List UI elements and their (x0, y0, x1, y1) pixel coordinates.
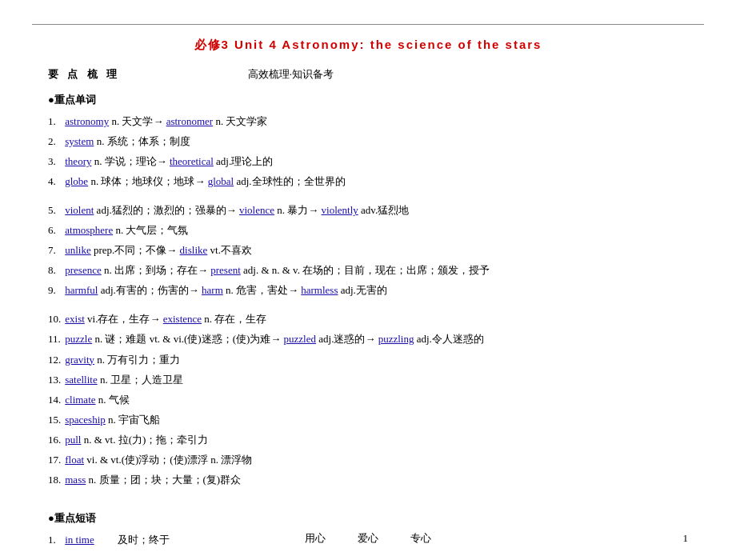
list-item-spacer (48, 192, 688, 200)
footer: 用心 爱心 专心 1 (0, 531, 736, 546)
word-link-pull[interactable]: pull (65, 434, 81, 446)
word-list: 1. astronomy n. 天文学→ astronomer n. 天文学家 … (48, 112, 688, 490)
word-link-mass[interactable]: mass (65, 474, 86, 486)
list-item: 8. presence n. 出席；到场；存在→ present adj. & … (48, 261, 688, 280)
list-item: 15. spaceship n. 宇宙飞船 (48, 410, 688, 430)
word-link-presence[interactable]: presence (65, 264, 101, 276)
word-link-harmless[interactable]: harmless (301, 284, 338, 296)
word-link-atmosphere[interactable]: atmosphere (65, 224, 113, 236)
page-number: 1 (683, 532, 689, 545)
word-link-violent[interactable]: violent (65, 204, 94, 216)
word-link-existence[interactable]: existence (163, 313, 202, 325)
word-link-puzzle[interactable]: puzzle (65, 333, 92, 345)
list-item: 3. theory n. 学说；理论→ theoretical adj.理论上的 (48, 152, 688, 171)
page-title: 必修3 Unit 4 Astronomy: the science of the… (0, 38, 736, 53)
word-link-global[interactable]: global (208, 175, 234, 187)
word-link-violently[interactable]: violently (322, 204, 358, 216)
list-item: 16. pull n. & vt. 拉(力)；拖；牵引力 (48, 430, 688, 450)
list-item: 6. atmosphere n. 大气层；气氛 (48, 221, 688, 240)
top-border (32, 24, 704, 25)
word-link-harm[interactable]: harm (202, 284, 223, 296)
list-item: 11. puzzle n. 谜；难题 vt. & vi.(使)迷惑；(使)为难→… (48, 330, 688, 349)
word-link-puzzling[interactable]: puzzling (378, 333, 414, 345)
list-item: 4. globe n. 球体；地球仪；地球→ global adj.全球性的；全… (48, 172, 688, 191)
footer-item3: 专心 (410, 531, 431, 546)
word-link-spaceship[interactable]: spaceship (65, 414, 106, 426)
word-link-present[interactable]: present (210, 264, 241, 276)
list-item: 10. exist vi.存在，生存→ existence n. 存在，生存 (48, 310, 688, 329)
list-item: 12. gravity n. 万有引力；重力 (48, 350, 688, 370)
word-link-dislike[interactable]: dislike (180, 244, 208, 256)
word-link-theory[interactable]: theory (65, 155, 91, 167)
word-link-theoretical[interactable]: theoretical (170, 155, 214, 167)
word-link-globe[interactable]: globe (65, 175, 88, 187)
list-item: 14. climate n. 气候 (48, 390, 688, 410)
word-link-violence[interactable]: violence (239, 204, 274, 216)
word-link-climate[interactable]: climate (65, 394, 95, 406)
section-header: 要 点 梳 理 高效梳理·知识备考 (48, 67, 688, 82)
list-item-spacer2 (48, 301, 688, 309)
footer-item1: 用心 (305, 531, 326, 546)
word-link-astronomer[interactable]: astronomer (166, 115, 213, 127)
word-link-float[interactable]: float (65, 454, 84, 466)
list-item: 17. float vi. & vt.(使)浮动；(使)漂浮 n. 漂浮物 (48, 450, 688, 470)
word-link-system[interactable]: system (65, 135, 94, 147)
word-link-puzzled[interactable]: puzzled (284, 333, 316, 345)
list-item: 9. harmful adj.有害的；伤害的→ harm n. 危害，害处→ h… (48, 281, 688, 300)
section-right-label: 高效梳理·知识备考 (248, 67, 334, 82)
list-item: 5. violent adj.猛烈的；激烈的；强暴的→ violence n. … (48, 201, 688, 220)
word-link-unlike[interactable]: unlike (65, 244, 91, 256)
word-link-astronomy[interactable]: astronomy (65, 115, 109, 127)
word-link-satellite[interactable]: satellite (65, 374, 97, 386)
word-link-harmful[interactable]: harmful (65, 284, 98, 296)
word-link-gravity[interactable]: gravity (65, 354, 94, 366)
footer-item2: 爱心 (358, 531, 378, 546)
section-left-label: 要 点 梳 理 (48, 67, 120, 82)
vocab-section-title: ●重点单词 (48, 93, 688, 107)
main-content: ●重点单词 1. astronomy n. 天文学→ astronomer n.… (48, 93, 688, 550)
list-item: 1. astronomy n. 天文学→ astronomer n. 天文学家 (48, 112, 688, 131)
list-item: 18. mass n. 质量；团；块；大量；(复)群众 (48, 470, 688, 490)
list-item: 7. unlike prep.不同；不像→ dislike vt.不喜欢 (48, 241, 688, 260)
list-item: 2. system n. 系统；体系；制度 (48, 132, 688, 151)
word-link-exist[interactable]: exist (65, 313, 85, 325)
phrase-section-title: ●重点短语 (48, 511, 688, 526)
list-item: 13. satellite n. 卫星；人造卫星 (48, 370, 688, 390)
